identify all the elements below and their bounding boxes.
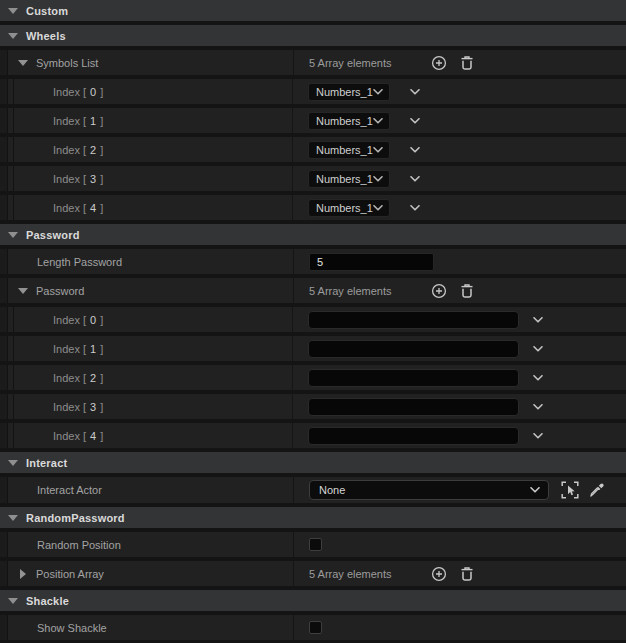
symbols-list-index-2-label-index: 2 bbox=[90, 144, 96, 156]
property-row-symbols-list-index-0: Index [0]Numbers_1 bbox=[0, 79, 626, 104]
property-row-password-index-3: Index [3] bbox=[0, 394, 626, 419]
property-label: Password bbox=[36, 285, 84, 297]
property-row-position-array: Position Array5 Array elements bbox=[0, 561, 626, 586]
symbols-list-index-2-enum-dropdown[interactable]: Numbers_1 bbox=[308, 141, 390, 159]
indent-gutter bbox=[0, 166, 8, 191]
indent-gutter bbox=[0, 137, 8, 162]
symbols-list-index-0-element-options-button[interactable] bbox=[410, 89, 420, 95]
add-element-button[interactable] bbox=[431, 566, 447, 582]
caret-down-icon[interactable] bbox=[18, 60, 28, 66]
password-index-3-text-input[interactable] bbox=[308, 398, 519, 416]
name-cell: Interact Actor bbox=[8, 477, 294, 503]
eyedropper-icon[interactable] bbox=[589, 482, 605, 498]
symbols-list-index-3-element-options-button[interactable] bbox=[410, 176, 420, 182]
input-value: 5 bbox=[317, 256, 323, 268]
symbols-list-index-0-enum-dropdown[interactable]: Numbers_1 bbox=[308, 83, 390, 101]
password-index-2-text-input[interactable] bbox=[308, 369, 519, 387]
property-label: Interact Actor bbox=[37, 484, 102, 496]
password-index-4-text-input[interactable] bbox=[308, 427, 519, 445]
indent-gutter bbox=[0, 249, 8, 274]
indent-gutter bbox=[0, 50, 8, 75]
password-index-1-label-prefix: Index [ bbox=[53, 343, 86, 355]
value-cell bbox=[293, 394, 626, 419]
add-element-button[interactable] bbox=[431, 283, 447, 299]
chevron-down-icon bbox=[373, 89, 383, 95]
plus-circle-icon bbox=[431, 55, 447, 71]
value-cell: 5 Array elements bbox=[294, 50, 626, 75]
property-label: Length Password bbox=[37, 256, 122, 268]
property-row-symbols-list-index-3: Index [3]Numbers_1 bbox=[0, 166, 626, 191]
name-cell: Index [1] bbox=[14, 336, 293, 361]
password-index-3-element-options-button[interactable] bbox=[533, 404, 543, 410]
random-position-checkbox[interactable] bbox=[309, 538, 322, 551]
symbols-list-index-3-enum-dropdown[interactable]: Numbers_1 bbox=[308, 170, 390, 188]
symbols-list-index-4-element-options-button[interactable] bbox=[410, 205, 420, 211]
property-label: Random Position bbox=[37, 539, 121, 551]
property-row-length-password: Length Password5 bbox=[0, 249, 626, 274]
indent-gutter bbox=[0, 365, 8, 390]
value-cell bbox=[293, 336, 626, 361]
caret-down-icon[interactable] bbox=[8, 232, 18, 238]
password-index-0-element-options-button[interactable] bbox=[533, 317, 543, 323]
indent-gutter bbox=[0, 615, 8, 640]
symbols-list-index-1-enum-dropdown[interactable]: Numbers_1 bbox=[308, 112, 390, 130]
category-row-randompassword[interactable]: RandomPassword bbox=[0, 507, 626, 528]
symbols-list-index-4-label-suffix: ] bbox=[100, 202, 103, 214]
property-label: Position Array bbox=[36, 568, 104, 580]
caret-down-icon[interactable] bbox=[18, 288, 28, 294]
caret-down-icon[interactable] bbox=[8, 598, 18, 604]
password-index-2-element-options-button[interactable] bbox=[533, 375, 543, 381]
property-row-password-index-4: Index [4] bbox=[0, 423, 626, 448]
name-cell: Index [0] bbox=[14, 79, 293, 104]
enum-selected-value: Numbers_1 bbox=[316, 86, 373, 98]
indent-gutter bbox=[0, 307, 8, 332]
show-shackle-checkbox[interactable] bbox=[309, 621, 322, 634]
password-index-1-label-suffix: ] bbox=[100, 343, 103, 355]
length-password-input[interactable]: 5 bbox=[309, 253, 434, 271]
chevron-down-icon bbox=[530, 487, 540, 493]
property-row-password-index-0: Index [0] bbox=[0, 307, 626, 332]
category-row-wheels[interactable]: Wheels bbox=[0, 25, 626, 46]
add-element-button[interactable] bbox=[431, 55, 447, 71]
symbols-list-index-0-label-index: 0 bbox=[90, 86, 96, 98]
password-index-1-element-options-button[interactable] bbox=[533, 346, 543, 352]
symbols-list-index-2-element-options-button[interactable] bbox=[410, 147, 420, 153]
value-cell: 5 Array elements bbox=[294, 278, 626, 303]
password-index-1-label-index: 1 bbox=[90, 343, 96, 355]
indent-gutter bbox=[0, 195, 8, 220]
interact-actor-combobox[interactable]: None bbox=[309, 480, 549, 500]
symbols-list-index-1-label-prefix: Index [ bbox=[53, 115, 86, 127]
category-row-custom[interactable]: Custom bbox=[0, 0, 626, 21]
symbols-list-index-1-element-options-button[interactable] bbox=[410, 118, 420, 124]
property-row-show-shackle: Show Shackle bbox=[0, 615, 626, 640]
category-label: RandomPassword bbox=[26, 512, 125, 524]
symbols-list-index-4-enum-dropdown[interactable]: Numbers_1 bbox=[308, 199, 390, 217]
name-cell: Index [2] bbox=[14, 137, 293, 162]
caret-down-icon[interactable] bbox=[8, 33, 18, 39]
plus-circle-icon bbox=[431, 566, 447, 582]
password-index-2-label-prefix: Index [ bbox=[53, 372, 86, 384]
name-cell: Index [4] bbox=[14, 195, 293, 220]
password-index-2-label-suffix: ] bbox=[100, 372, 103, 384]
pick-actor-icon[interactable] bbox=[561, 481, 579, 499]
caret-down-icon[interactable] bbox=[8, 8, 18, 14]
caret-right-icon[interactable] bbox=[18, 569, 28, 579]
password-index-1-text-input[interactable] bbox=[308, 340, 519, 358]
category-row-password[interactable]: Password bbox=[0, 224, 626, 245]
property-label: Symbols List bbox=[36, 57, 98, 69]
caret-down-icon[interactable] bbox=[8, 515, 18, 521]
value-cell bbox=[294, 615, 626, 640]
property-label: Show Shackle bbox=[37, 622, 107, 634]
password-index-0-text-input[interactable] bbox=[308, 311, 519, 329]
symbols-list-index-3-label-prefix: Index [ bbox=[53, 173, 86, 185]
clear-array-button[interactable] bbox=[460, 55, 474, 71]
clear-array-button[interactable] bbox=[460, 283, 474, 299]
password-index-4-element-options-button[interactable] bbox=[533, 433, 543, 439]
name-cell: Index [4] bbox=[14, 423, 293, 448]
clear-array-button[interactable] bbox=[460, 566, 474, 582]
category-row-interact[interactable]: Interact bbox=[0, 452, 626, 473]
caret-down-icon[interactable] bbox=[8, 460, 18, 466]
chevron-down-icon bbox=[373, 118, 383, 124]
value-cell: Numbers_1 bbox=[293, 79, 626, 104]
category-row-shackle[interactable]: Shackle bbox=[0, 590, 626, 611]
